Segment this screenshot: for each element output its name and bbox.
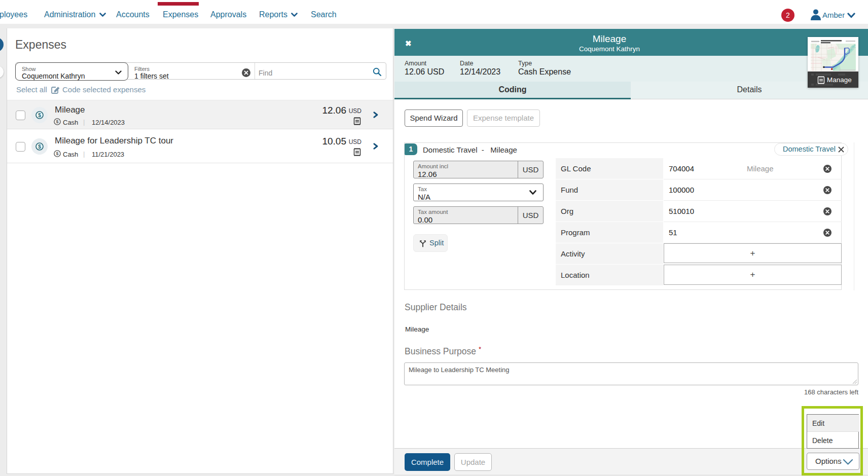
svg-text:$: $ bbox=[56, 119, 59, 124]
svg-text:$: $ bbox=[38, 144, 41, 150]
svg-text:$: $ bbox=[56, 151, 59, 156]
svg-text:$: $ bbox=[38, 113, 41, 118]
